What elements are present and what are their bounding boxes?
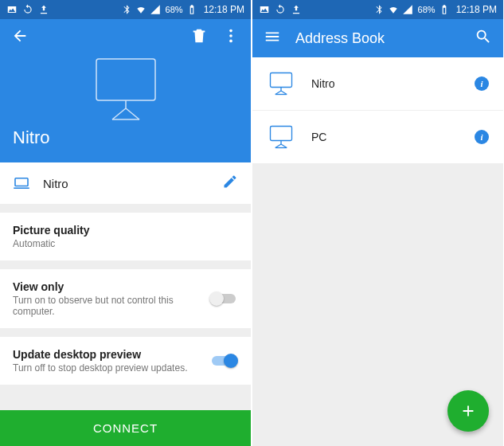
view-only-toggle[interactable] [209, 291, 238, 307]
monitor-icon [267, 70, 295, 97]
plus-icon [459, 402, 477, 420]
list-item[interactable]: PC i [252, 111, 503, 164]
picture-quality-label: Picture quality [13, 224, 238, 237]
signal-icon [150, 4, 161, 15]
upload-icon [38, 4, 49, 15]
update-preview-toggle[interactable] [209, 353, 238, 369]
statusbar: 68% 12:18 PM [252, 0, 503, 19]
device-row[interactable]: Nitro [0, 162, 251, 204]
list-item-name: Nitro [311, 77, 475, 90]
picture-quality-value: Automatic [13, 238, 188, 249]
update-label: Update desktop preview [13, 348, 209, 361]
svg-point-2 [229, 40, 232, 43]
sync-icon [275, 4, 286, 15]
svg-rect-3 [96, 59, 155, 100]
list-item[interactable]: Nitro i [252, 57, 503, 111]
info-button[interactable]: i [475, 130, 489, 144]
search-button[interactable] [475, 28, 492, 49]
add-button[interactable] [447, 390, 489, 432]
wifi-icon [135, 4, 147, 15]
svg-rect-10 [271, 73, 292, 88]
statusbar: 68% 12:18 PM [0, 0, 251, 19]
setting-update-preview: Update desktop preview Turn off to stop … [0, 336, 251, 385]
info-button[interactable]: i [475, 76, 489, 91]
svg-line-13 [275, 91, 281, 95]
svg-line-18 [275, 144, 281, 148]
picture-icon [6, 4, 18, 15]
picture-icon [259, 4, 270, 15]
phone-right: 68% 12:18 PM Address Book Nitro i PC i [252, 0, 503, 446]
svg-point-0 [229, 29, 232, 33]
svg-line-14 [281, 91, 287, 95]
address-list: Nitro i PC i [252, 57, 503, 446]
clock: 12:18 PM [204, 4, 244, 15]
upload-icon [291, 4, 302, 15]
view-only-label: View only [13, 280, 209, 293]
setting-picture-quality[interactable]: Picture quality Automatic [0, 212, 251, 260]
sync-icon [22, 4, 33, 15]
monitor-icon [82, 56, 170, 124]
view-only-desc: Turn on to observe but not control this … [13, 295, 188, 317]
clock: 12:18 PM [456, 4, 497, 15]
laptop-icon [13, 177, 30, 190]
delete-button[interactable] [190, 27, 208, 48]
svg-rect-8 [15, 178, 28, 186]
overflow-menu-button[interactable] [222, 27, 240, 48]
battery-pct: 68% [166, 5, 183, 14]
back-button[interactable] [11, 27, 29, 48]
signal-icon [402, 4, 413, 15]
monitor-icon [267, 123, 295, 151]
list-item-name: PC [311, 131, 475, 143]
menu-button[interactable] [264, 28, 281, 49]
appbar: Address Book [252, 19, 503, 57]
wifi-icon [388, 4, 399, 15]
phone-left: 68% 12:18 PM Nitro Nitro [0, 0, 251, 446]
connect-button[interactable]: CONNECT [0, 410, 251, 446]
edit-button[interactable] [222, 174, 238, 193]
bluetooth-icon [121, 4, 132, 15]
bluetooth-icon [373, 4, 385, 15]
update-desc: Turn off to stop desktop preview updates… [13, 362, 188, 374]
device-name: Nitro [43, 177, 222, 190]
battery-pct: 68% [418, 5, 436, 14]
svg-rect-15 [271, 127, 292, 141]
setting-view-only: View only Turn on to observe but not con… [0, 268, 251, 328]
appbar-title: Address Book [295, 30, 475, 47]
svg-point-1 [229, 34, 232, 37]
svg-line-7 [126, 108, 139, 119]
hero-title: Nitro [0, 124, 251, 159]
hero: Nitro [0, 19, 251, 162]
svg-line-6 [112, 108, 126, 119]
svg-line-19 [281, 144, 287, 148]
battery-icon [439, 4, 450, 15]
battery-icon [186, 4, 197, 15]
